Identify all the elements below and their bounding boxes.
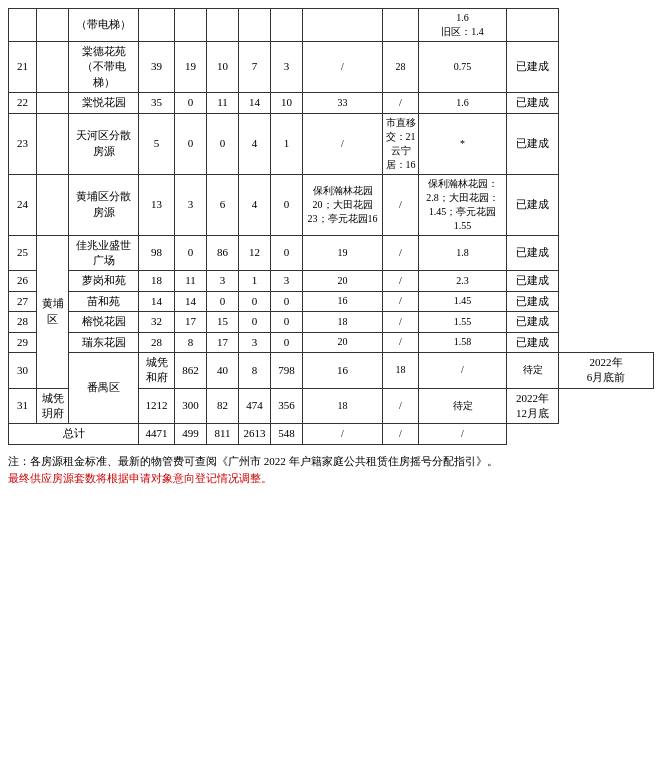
cell-name: 天河区分散 房源	[69, 113, 139, 174]
cell-c6: /	[419, 352, 507, 388]
cell-c5: 18	[303, 388, 383, 424]
cell-status: 已建成	[507, 312, 559, 332]
cell-status: 已建成	[507, 174, 559, 235]
cell-row-no: 21	[9, 42, 37, 93]
cell-row-no: 30	[9, 352, 37, 388]
cell-district	[37, 93, 69, 113]
cell-c2	[207, 9, 239, 42]
table-row: 30番禺区城凭和府8624087981618/待定2022年 6月底前	[9, 352, 654, 388]
cell-c6: /	[383, 93, 419, 113]
cell-c1: 8	[175, 332, 207, 352]
cell-row-no: 23	[9, 113, 37, 174]
cell-c5: /	[303, 42, 383, 93]
cell-status: 已建成	[507, 93, 559, 113]
cell-name: 棠悦花园	[69, 93, 139, 113]
cell-total	[139, 9, 175, 42]
cell-c6: /	[383, 312, 419, 332]
cell-total: 5	[139, 113, 175, 174]
cell-name: 瑞东花园	[69, 332, 139, 352]
cell-total: 32	[139, 312, 175, 332]
cell-c5	[303, 9, 383, 42]
cell-c4: 0	[271, 312, 303, 332]
cell-name: 佳兆业盛世 广场	[69, 235, 139, 271]
cell-c4	[271, 9, 303, 42]
cell-status: 已建成	[507, 235, 559, 271]
cell-total: 14	[139, 291, 175, 311]
cell-c3: 4	[239, 113, 271, 174]
cell-c3: 2613	[239, 424, 271, 444]
cell-name: 榕悦花园	[69, 312, 139, 332]
cell-c5: /	[303, 113, 383, 174]
cell-c3: 0	[239, 291, 271, 311]
cell-c5: 18	[383, 352, 419, 388]
cell-row-no: 总计	[9, 424, 139, 444]
cell-c3	[239, 9, 271, 42]
cell-c1: 499	[175, 424, 207, 444]
cell-c4: 3	[271, 271, 303, 291]
cell-name: （带电梯）	[69, 9, 139, 42]
cell-status: 2022年 6月底前	[559, 352, 654, 388]
cell-c2: 8	[239, 352, 271, 388]
cell-status: 已建成	[507, 332, 559, 352]
cell-c4: 0	[271, 291, 303, 311]
cell-price: /	[419, 424, 507, 444]
cell-c6: /	[383, 235, 419, 271]
cell-status: 已建成	[507, 113, 559, 174]
cell-c3: 1	[239, 271, 271, 291]
cell-total: 13	[139, 174, 175, 235]
cell-c2: 0	[207, 291, 239, 311]
cell-c5: 16	[303, 291, 383, 311]
cell-price: 1.6	[419, 93, 507, 113]
table-row: 24黄埔区分散 房源133640保利瀚林花园20；大田花园23；亭元花园16/保…	[9, 174, 654, 235]
note-line1: 注：各房源租金标准、最新的物管费可查阅《广州市 2022 年户籍家庭公共租赁住房…	[8, 453, 654, 471]
cell-name: 苗和苑	[69, 291, 139, 311]
cell-row-no: 22	[9, 93, 37, 113]
cell-c3: 474	[239, 388, 271, 424]
cell-c4: 548	[271, 424, 303, 444]
cell-c1: 14	[175, 291, 207, 311]
cell-district: 番禺区	[69, 352, 139, 424]
cell-c2: 0	[207, 113, 239, 174]
cell-price: 1.58	[419, 332, 507, 352]
cell-c1: 300	[175, 388, 207, 424]
cell-name: 黄埔区分散 房源	[69, 174, 139, 235]
note-line2: 最终供应房源套数将根据申请对象意向登记情况调整。	[8, 470, 654, 488]
cell-total: 39	[139, 42, 175, 93]
table-row: 29瑞东花园288173020/1.58已建成	[9, 332, 654, 352]
cell-c2: 811	[207, 424, 239, 444]
cell-c4: 0	[271, 332, 303, 352]
cell-row-no: 29	[9, 332, 37, 352]
cell-c3: 798	[271, 352, 303, 388]
cell-status	[507, 9, 559, 42]
cell-c1	[175, 9, 207, 42]
cell-c1: 0	[175, 235, 207, 271]
cell-row-no	[9, 9, 37, 42]
cell-c3: 7	[239, 42, 271, 93]
cell-district	[37, 42, 69, 93]
table-row: 21棠德花苑 （不带电梯）39191073/280.75已建成	[9, 42, 654, 93]
table-row: 25黄埔区佳兆业盛世 广场9808612019/1.8已建成	[9, 235, 654, 271]
cell-c5: 20	[303, 271, 383, 291]
cell-price: 1.8	[419, 235, 507, 271]
cell-c1: 40	[207, 352, 239, 388]
cell-price: 0.75	[419, 42, 507, 93]
table-row: （带电梯）1.6 旧区：1.4	[9, 9, 654, 42]
cell-c2: 6	[207, 174, 239, 235]
table-row: 22棠悦花园35011141033/1.6已建成	[9, 93, 654, 113]
cell-row-no: 25	[9, 235, 37, 271]
cell-name: 棠德花苑 （不带电梯）	[69, 42, 139, 93]
table-row: 27苗和苑141400016/1.45已建成	[9, 291, 654, 311]
cell-c5: 20	[303, 332, 383, 352]
cell-c2: 3	[207, 271, 239, 291]
cell-c1: 19	[175, 42, 207, 93]
cell-c6	[383, 9, 419, 42]
cell-price: 待定	[419, 388, 507, 424]
cell-total: 4471	[139, 424, 175, 444]
cell-price: 1.45	[419, 291, 507, 311]
cell-price: 1.55	[419, 312, 507, 332]
cell-c4: 3	[271, 42, 303, 93]
cell-c6: /	[383, 424, 419, 444]
cell-row-no: 28	[9, 312, 37, 332]
cell-name: 萝岗和苑	[69, 271, 139, 291]
cell-c1: 17	[175, 312, 207, 332]
